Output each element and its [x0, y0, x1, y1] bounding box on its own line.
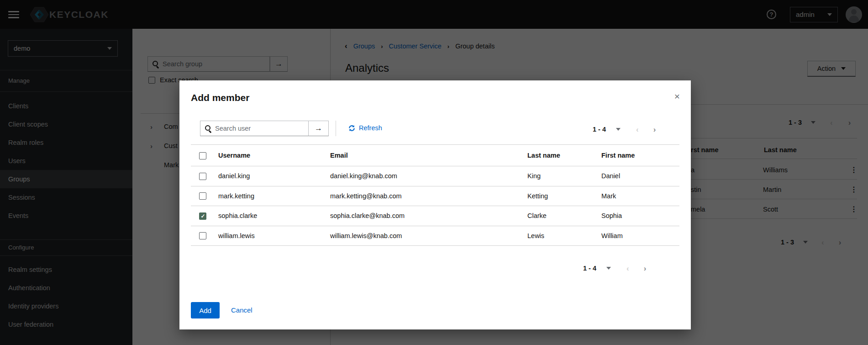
refresh-button[interactable]: Refresh: [348, 124, 382, 132]
refresh-label: Refresh: [359, 124, 382, 132]
cell-email: william.lewis@knab.com: [326, 226, 523, 246]
col-username: Username: [214, 145, 326, 166]
cell-last-name: King: [523, 166, 597, 186]
table-row: sophia.clarke sophia.clarke@knab.com Cla…: [191, 206, 679, 226]
col-email: Email: [326, 145, 523, 166]
cell-first-name: Mark: [597, 186, 679, 206]
cell-last-name: Clarke: [523, 206, 597, 226]
cell-username: mark.ketting: [214, 186, 326, 206]
toolbar-divider: [336, 121, 336, 136]
prev-page-icon[interactable]: ‹: [636, 126, 639, 133]
caret-down-icon[interactable]: [606, 267, 611, 270]
search-icon: [205, 125, 211, 132]
cancel-button[interactable]: Cancel: [231, 306, 253, 314]
col-first-name: First name: [597, 145, 679, 166]
cell-email: sophia.clarke@knab.com: [326, 206, 523, 226]
row-checkbox[interactable]: [199, 173, 206, 180]
table-row: daniel.king daniel.king@knab.com King Da…: [191, 166, 679, 186]
table-header-row: Username Email Last name First name: [191, 145, 679, 166]
table-row: mark.ketting mark.ketting@knab.com Ketti…: [191, 186, 679, 206]
user-search-box: [200, 121, 309, 136]
cell-email: daniel.king@knab.com: [326, 166, 523, 186]
close-icon[interactable]: ×: [674, 91, 680, 101]
add-member-table: Username Email Last name First name dani…: [191, 144, 679, 246]
pagination-range: 1 - 4: [583, 265, 596, 272]
refresh-icon: [348, 125, 355, 132]
add-member-modal: Add member × → Refresh 1 - 4 ‹ ›: [179, 80, 691, 329]
cell-username: sophia.clarke: [214, 206, 326, 226]
table-row: william.lewis william.lewis@knab.com Lew…: [191, 226, 679, 246]
col-last-name: Last name: [523, 145, 597, 166]
cell-email: mark.ketting@knab.com: [326, 186, 523, 206]
next-page-icon[interactable]: ›: [644, 265, 647, 272]
cell-first-name: William: [597, 226, 679, 246]
next-page-icon[interactable]: ›: [653, 126, 656, 133]
user-search-input[interactable]: [215, 125, 308, 132]
cell-last-name: Lewis: [523, 226, 597, 246]
row-checkbox[interactable]: [199, 212, 206, 220]
cell-first-name: Daniel: [597, 166, 679, 186]
modal-pagination-bottom: 1 - 4 ‹ ›: [583, 264, 646, 273]
cell-last-name: Ketting: [523, 186, 597, 206]
cell-username: william.lewis: [214, 226, 326, 246]
add-button[interactable]: Add: [191, 302, 220, 318]
modal-title: Add member: [191, 92, 249, 103]
cell-first-name: Sophia: [597, 206, 679, 226]
pagination-range: 1 - 4: [593, 126, 606, 133]
user-search-submit-button[interactable]: →: [308, 121, 329, 136]
row-checkbox[interactable]: [199, 232, 206, 239]
modal-pagination-top: 1 - 4 ‹ ›: [593, 125, 656, 134]
caret-down-icon[interactable]: [616, 128, 621, 131]
prev-page-icon[interactable]: ‹: [626, 265, 629, 272]
row-checkbox[interactable]: [199, 192, 206, 200]
cell-username: daniel.king: [214, 166, 326, 186]
keycloak-admin-console: KEYCLOAK ? admin demo Manage Clients Cli…: [0, 0, 868, 345]
select-all-checkbox[interactable]: [199, 152, 206, 159]
